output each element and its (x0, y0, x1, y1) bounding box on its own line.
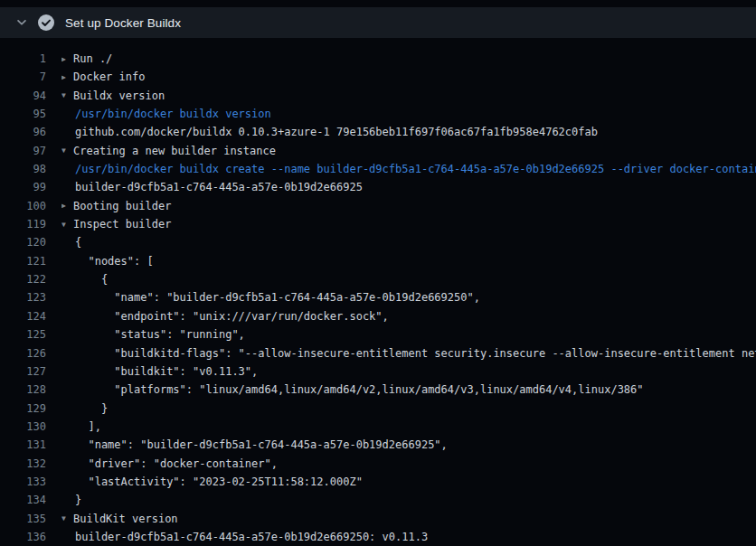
log-command-text: /usr/bin/docker buildx create --name bui… (61, 160, 756, 178)
log-group-header[interactable]: ▼Buildx version (61, 87, 756, 105)
log-area[interactable]: 1▶Run ./7▶Docker info94▼Buildx version95… (0, 38, 756, 546)
log-output-text: builder-d9cfb5a1-c764-445a-a57e-0b19d2e6… (61, 528, 756, 546)
line-number[interactable]: 98 (0, 160, 46, 178)
log-line: 125 "status": "running", (0, 325, 756, 344)
log-line: 94▼Buildx version (0, 87, 756, 105)
line-number[interactable]: 119 (0, 215, 46, 233)
triangle-down-icon: ▼ (61, 510, 73, 528)
line-number[interactable]: 126 (0, 344, 46, 362)
log-line: 127 "buildkit": "v0.11.3", (0, 362, 756, 381)
log-line: 122 { (0, 270, 756, 288)
log-line: 98/usr/bin/docker buildx create --name b… (0, 160, 756, 178)
log-output-text: "buildkitd-flags": "--allow-insecure-ent… (61, 344, 756, 362)
line-number[interactable]: 97 (0, 142, 46, 160)
log-line: 124 "endpoint": "unix:///var/run/docker.… (0, 307, 756, 325)
check-circle-icon (37, 14, 55, 32)
log-line: 1▶Run ./ (0, 50, 756, 68)
log-output-text: } (61, 491, 756, 509)
line-number[interactable]: 136 (0, 528, 46, 546)
triangle-down-icon: ▼ (61, 142, 73, 160)
line-number[interactable]: 123 (0, 288, 46, 306)
step-header[interactable]: Set up Docker Buildx (0, 7, 756, 38)
chevron-down-icon (14, 15, 29, 30)
group-label: Docker info (73, 71, 145, 83)
log-output-text: "status": "running", (61, 325, 756, 344)
log-output-text: "buildkit": "v0.11.3", (61, 362, 756, 381)
log-output-text: "endpoint": "unix:///var/run/docker.sock… (61, 307, 756, 325)
line-number[interactable]: 99 (0, 178, 46, 196)
log-line: 130 ], (0, 418, 756, 436)
group-label: Inspect builder (73, 218, 171, 231)
line-number[interactable]: 95 (0, 105, 46, 123)
log-line: 119▼Inspect builder (0, 215, 756, 233)
line-number[interactable]: 125 (0, 325, 46, 344)
group-label: Run ./ (73, 52, 112, 65)
line-number[interactable]: 121 (0, 252, 46, 270)
line-number[interactable]: 7 (0, 68, 46, 86)
group-label: Booting builder (73, 200, 171, 212)
group-label: Creating a new builder instance (73, 145, 276, 157)
line-number[interactable]: 122 (0, 270, 46, 288)
log-line: 132 "driver": "docker-container", (0, 455, 756, 473)
log-line: 131 "name": "builder-d9cfb5a1-c764-445a-… (0, 436, 756, 454)
log-line: 97▼Creating a new builder instance (0, 142, 756, 160)
log-line: 99builder-d9cfb5a1-c764-445a-a57e-0b19d2… (0, 178, 756, 196)
log-group-header[interactable]: ▶Docker info (61, 68, 756, 86)
log-output-text: { (61, 270, 756, 288)
log-line: 128 "platforms": "linux/amd64,linux/amd6… (0, 381, 756, 399)
log-line: 129 } (0, 400, 756, 418)
line-number[interactable]: 100 (0, 197, 46, 215)
log-output-text: "lastActivity": "2023-02-25T11:58:12.000… (61, 473, 756, 491)
line-number[interactable]: 129 (0, 400, 46, 418)
line-number[interactable]: 130 (0, 418, 46, 436)
log-group-header[interactable]: ▼BuildKit version (61, 510, 756, 528)
line-number[interactable]: 128 (0, 381, 46, 399)
log-group-header[interactable]: ▶Booting builder (61, 197, 756, 215)
log-output-text: "nodes": [ (61, 252, 756, 270)
log-line: 121 "nodes": [ (0, 252, 756, 270)
log-output-text: { (61, 233, 756, 251)
step-title: Set up Docker Buildx (65, 16, 181, 30)
log-line: 133 "lastActivity": "2023-02-25T11:58:12… (0, 473, 756, 491)
log-line: 120{ (0, 233, 756, 251)
line-number[interactable]: 94 (0, 87, 46, 105)
log-output-text: github.com/docker/buildx 0.10.3+azure-1 … (61, 123, 756, 141)
log-output-text: } (61, 400, 756, 418)
log-line: 95/usr/bin/docker buildx version (0, 105, 756, 123)
triangle-down-icon: ▼ (61, 216, 73, 234)
log-line: 126 "buildkitd-flags": "--allow-insecure… (0, 344, 756, 362)
log-group-header[interactable]: ▼Creating a new builder instance (61, 142, 756, 160)
log-group-header[interactable]: ▼Inspect builder (61, 215, 756, 233)
log-output-text: "driver": "docker-container", (61, 455, 756, 473)
triangle-down-icon: ▼ (61, 87, 73, 105)
group-label: Buildx version (73, 89, 165, 102)
log-line: 96github.com/docker/buildx 0.10.3+azure-… (0, 123, 756, 141)
log-line: 100▶Booting builder (0, 197, 756, 215)
log-group-header[interactable]: ▶Run ./ (61, 50, 756, 68)
line-number[interactable]: 120 (0, 233, 46, 251)
triangle-right-icon: ▶ (61, 69, 73, 87)
triangle-right-icon: ▶ (61, 51, 73, 69)
triangle-right-icon: ▶ (61, 197, 73, 215)
line-number[interactable]: 131 (0, 436, 46, 454)
log-output-text: "name": "builder-d9cfb5a1-c764-445a-a57e… (61, 288, 756, 306)
line-number[interactable]: 96 (0, 123, 46, 141)
group-label: BuildKit version (73, 513, 178, 525)
line-number[interactable]: 127 (0, 362, 46, 381)
log-line: 123 "name": "builder-d9cfb5a1-c764-445a-… (0, 288, 756, 306)
line-number[interactable]: 135 (0, 510, 46, 528)
log-line: 136builder-d9cfb5a1-c764-445a-a57e-0b19d… (0, 528, 756, 546)
line-number[interactable]: 134 (0, 491, 46, 509)
log-line: 134} (0, 491, 756, 509)
line-number[interactable]: 132 (0, 455, 46, 473)
log-command-text: /usr/bin/docker buildx version (61, 105, 756, 123)
log-output-text: "name": "builder-d9cfb5a1-c764-445a-a57e… (61, 436, 756, 454)
log-output-text: builder-d9cfb5a1-c764-445a-a57e-0b19d2e6… (61, 178, 756, 196)
log-output-text: "platforms": "linux/amd64,linux/amd64/v2… (61, 381, 756, 399)
log-output-text: ], (61, 418, 756, 436)
log-line: 135▼BuildKit version (0, 510, 756, 528)
line-number[interactable]: 124 (0, 307, 46, 325)
log-line: 7▶Docker info (0, 68, 756, 86)
line-number[interactable]: 133 (0, 473, 46, 491)
line-number[interactable]: 1 (0, 50, 46, 68)
